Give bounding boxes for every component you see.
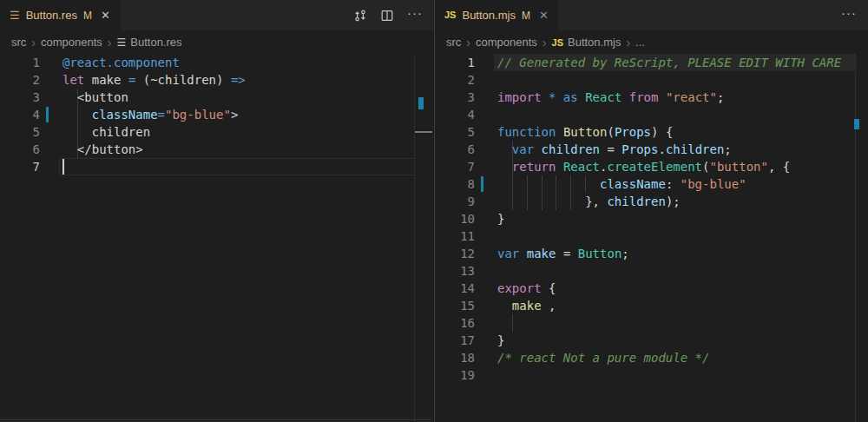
- code-text: className: "bg-blue": [497, 175, 868, 193]
- code-line[interactable]: 1@react.component: [0, 54, 434, 71]
- tab-button-res[interactable]: ☰ Button.res M ✕: [0, 0, 120, 30]
- line-number: 12: [435, 245, 475, 262]
- breadcrumb-item[interactable]: src: [446, 36, 461, 49]
- code-text: import * as React from "react";: [497, 89, 868, 106]
- line-number: 18: [435, 349, 475, 366]
- code-line[interactable]: 17}: [435, 332, 868, 349]
- chevron-right-icon: ›: [466, 36, 470, 49]
- breadcrumb-item[interactable]: ...: [635, 36, 645, 49]
- code-text: [62, 158, 434, 175]
- line-number: 5: [0, 123, 40, 141]
- code-line[interactable]: 18/* react Not a pure module */: [435, 349, 868, 366]
- javascript-file-icon: JS: [444, 10, 456, 20]
- code-editor-left[interactable]: 1@react.component2let make = (~children)…: [0, 54, 434, 422]
- line-number: 1: [435, 54, 475, 71]
- code-line[interactable]: 1// Generated by ReScript, PLEASE EDIT W…: [435, 54, 868, 71]
- chevron-right-icon: ›: [31, 36, 36, 49]
- line-number: 3: [0, 89, 40, 106]
- gutter: [475, 314, 497, 332]
- code-text: [497, 71, 868, 89]
- code-text: @react.component: [62, 54, 434, 71]
- code-line[interactable]: 2: [435, 71, 868, 89]
- more-actions-icon[interactable]: ···: [841, 6, 857, 24]
- indent-guide: [512, 314, 513, 332]
- tab-button-mjs[interactable]: JS Button.mjs M ✕: [435, 0, 558, 30]
- chevron-right-icon: ›: [626, 36, 630, 49]
- gutter: [475, 366, 497, 384]
- breadcrumb-item[interactable]: src: [11, 36, 26, 49]
- code-line[interactable]: 8 className: "bg-blue": [435, 175, 868, 193]
- gutter: [40, 123, 62, 141]
- code-text: [497, 314, 868, 332]
- code-line[interactable]: 10}: [435, 210, 868, 227]
- line-number: 9: [435, 193, 475, 210]
- code-line[interactable]: 11: [435, 227, 868, 245]
- code-text: let make = (~children) =>: [62, 71, 434, 89]
- chevron-right-icon: ›: [108, 36, 112, 49]
- gutter: [475, 227, 497, 245]
- breadcrumb: src›components›☰Button.res: [0, 30, 434, 54]
- open-changes-icon[interactable]: [353, 9, 367, 23]
- line-number: 10: [435, 210, 475, 227]
- gutter: [40, 158, 62, 175]
- overview-ruler-cursor-marker[interactable]: [415, 131, 432, 133]
- code-text: </button>: [62, 141, 434, 158]
- horizontal-scrollbar[interactable]: [0, 419, 431, 420]
- code-editor-right[interactable]: 1// Generated by ReScript, PLEASE EDIT W…: [435, 54, 868, 422]
- code-line[interactable]: 2let make = (~children) =>: [0, 71, 434, 89]
- javascript-file-icon: JS: [552, 37, 563, 48]
- git-modified-badge: M: [522, 10, 530, 22]
- tab-label: Button.mjs: [462, 9, 515, 22]
- line-number: 1: [0, 54, 40, 71]
- code-line[interactable]: 4: [435, 106, 868, 123]
- code-line[interactable]: 5 children: [0, 123, 434, 141]
- breadcrumb-item[interactable]: ☰Button.res: [117, 36, 182, 49]
- gutter: [40, 54, 62, 71]
- code-line[interactable]: 3 <button: [0, 89, 434, 106]
- code-line[interactable]: 5function Button(Props) {: [435, 123, 868, 141]
- code-line[interactable]: 4 className="bg-blue">: [0, 106, 434, 123]
- line-number: 17: [435, 332, 475, 349]
- code-line[interactable]: 6 </button>: [0, 141, 434, 158]
- breadcrumb-item[interactable]: components: [41, 36, 102, 49]
- more-actions-icon[interactable]: ···: [407, 6, 423, 24]
- code-line[interactable]: 14export {: [435, 280, 868, 297]
- close-icon[interactable]: ✕: [539, 10, 549, 21]
- code-line[interactable]: 12var make = Button;: [435, 245, 868, 262]
- overview-ruler-modified-marker[interactable]: [418, 97, 424, 109]
- code-text: // Generated by ReScript, PLEASE EDIT WI…: [497, 54, 868, 71]
- line-number: 16: [435, 314, 475, 332]
- gutter: [475, 89, 497, 106]
- breadcrumb-item[interactable]: JSButton.mjs: [552, 36, 621, 49]
- gutter: [475, 332, 497, 349]
- line-number: 4: [0, 106, 40, 123]
- split-editor-icon[interactable]: [380, 9, 394, 23]
- code-line[interactable]: 16: [435, 314, 868, 332]
- gutter: [40, 71, 62, 89]
- code-line[interactable]: 9 }, children);: [435, 193, 868, 210]
- breadcrumb: src›components›JSButton.mjs›...: [435, 30, 868, 54]
- breadcrumb-item[interactable]: components: [476, 36, 537, 49]
- line-number: 11: [435, 227, 475, 245]
- code-line[interactable]: 7 return React.createElement("button", {: [435, 158, 868, 175]
- code-line[interactable]: 13: [435, 262, 868, 280]
- close-icon[interactable]: ✕: [101, 10, 110, 21]
- code-text: [497, 106, 868, 123]
- code-text: }: [497, 210, 868, 227]
- overview-ruler-modified-marker[interactable]: [854, 119, 859, 129]
- code-line[interactable]: 19: [435, 366, 868, 384]
- code-text: }: [497, 332, 868, 349]
- gutter: [475, 106, 497, 123]
- code-line[interactable]: 3import * as React from "react";: [435, 89, 868, 106]
- gutter: [475, 141, 497, 158]
- line-number: 6: [435, 141, 475, 158]
- code-line[interactable]: 6 var children = Props.children;: [435, 141, 868, 158]
- code-line[interactable]: 7: [0, 158, 434, 175]
- line-number: 7: [435, 158, 475, 175]
- tabbar-left: ☰ Button.res M ✕: [0, 0, 434, 30]
- line-number: 2: [435, 71, 475, 89]
- line-number: 15: [435, 297, 475, 314]
- code-text: children: [62, 123, 434, 141]
- tab-label: Button.res: [26, 9, 77, 22]
- code-line[interactable]: 15 make ,: [435, 297, 868, 314]
